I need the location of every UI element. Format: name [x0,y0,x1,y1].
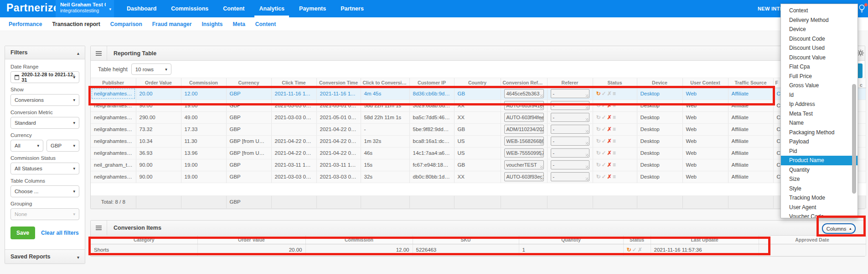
campaign-selector[interactable]: Neil Graham Test Campa... integrationste… [56,0,114,17]
table-columns-select[interactable]: Choose ... ▾ [10,185,79,197]
approve-check-icon[interactable]: ✓ [602,90,606,97]
lightbulb-icon[interactable] [858,4,865,16]
dropdown-item-size[interactable]: Size [781,174,858,184]
table-row[interactable]: neilgrahamtestchi...90.0019.00GBP2021-03… [91,171,866,183]
table-menu-button[interactable] [91,46,107,60]
column-header-referer[interactable]: Referer [547,78,593,88]
saved-reports-header[interactable]: Saved Reports ▾ [5,249,85,263]
column-header-user-context[interactable]: User Context [682,78,728,88]
refresh-icon[interactable]: ↻ [596,150,601,156]
column-header-status[interactable]: Status [593,78,637,88]
referer-input[interactable]: - [551,160,589,169]
reject-x-icon[interactable]: ✗ [607,150,612,156]
dropdown-item-voucher-code[interactable]: Voucher Code [781,212,858,218]
currency-select-primary[interactable]: All ▾ [10,140,43,152]
table-height-select[interactable]: 10 rows ▾ [131,63,171,75]
reject-x-icon[interactable]: ✗ [607,90,612,97]
columns-button[interactable]: Columns ▴ [822,223,856,234]
dropdown-item-packaging-method[interactable]: Packaging Method [781,128,858,137]
referer-input[interactable]: - [551,89,589,98]
approve-check-icon[interactable]: ✓ [602,162,606,168]
column-header-click-time[interactable]: Click Time [271,78,316,88]
column-header-click-to-conversion[interactable]: Click to Conversion [361,78,409,88]
refresh-icon[interactable]: ↻ [596,162,601,168]
table-row[interactable]: neilgrahamtestchi...90.0019.00GBP2021-03… [91,100,866,111]
reject-x-icon[interactable]: ✗ [607,114,612,121]
refresh-icon[interactable]: ↻ [596,102,601,109]
column-header-order-value[interactable]: Order Value [136,78,181,88]
show-select[interactable]: Conversions ▾ [10,94,79,106]
refresh-icon[interactable]: ↻ [596,114,601,121]
conversion-reference-input[interactable]: WEB-15682668616 [504,137,544,146]
conversion-items-menu-button[interactable] [91,221,107,235]
table-row[interactable]: neilgrahamtestchi...10.3411.30GBP [from … [91,135,866,147]
table-row[interactable]: neilgrahamtestchi...73.3217.33GBP2021-04… [91,123,866,135]
dropdown-item-user-agent[interactable]: User Agent [781,203,858,212]
status-menu-icon[interactable]: ≡ [613,126,616,132]
dropdown-item-discount-value[interactable]: Discount Value [781,53,858,63]
conversion-reference-input[interactable]: AUTO-603f941edce [504,101,544,110]
reject-x-icon[interactable]: ✗ [607,162,612,168]
date-range-picker[interactable]: 2020-12-28 to 2021-12-31 ▾ [10,71,79,83]
clear-all-filters-link[interactable]: Clear all filters [41,230,79,236]
referer-input[interactable]: - [551,113,589,122]
table-row[interactable]: neilgrahamtestchi...20.0012.00GBP2021-11… [91,88,866,100]
subnav-item-transaction-report[interactable]: Transaction report [47,21,105,27]
commission-status-select[interactable]: All Statuses ▾ [10,163,79,174]
conversion-reference-input[interactable]: voucherTEST [504,160,544,169]
table-row[interactable]: neilgrahamtestchi...36.9313.96GBP [from … [91,147,866,159]
conv-column-header-order-value[interactable]: Order Value [197,236,305,244]
status-menu-icon[interactable]: ≡ [613,150,616,156]
subnav-item-insights[interactable]: Insights [196,21,227,27]
new-interface-label[interactable]: NEW INTE [758,6,783,11]
dropdown-item-device[interactable]: Device [781,25,858,34]
nav-item-content[interactable]: Content [216,0,252,17]
referer-input[interactable]: - [551,101,589,110]
approve-check-icon[interactable]: ✓ [632,247,637,253]
conversion-reference-input[interactable]: 4645ce52b363 [504,89,544,98]
column-header-conversion-referen-[interactable]: Conversion Referen... [501,78,547,88]
refresh-icon[interactable]: ↻ [596,174,601,180]
column-header-publisher[interactable]: Publisher [91,78,136,88]
status-menu-icon[interactable]: ≡ [613,102,616,109]
dropdown-item-style[interactable]: Style [781,184,858,194]
approve-check-icon[interactable]: ✓ [602,126,606,132]
approve-check-icon[interactable]: ✓ [602,138,606,144]
status-menu-icon[interactable]: ≡ [613,138,616,144]
dropdown-item-full-price[interactable]: Full Price [781,72,858,81]
column-header-commission[interactable]: Commission [181,78,226,88]
nav-item-dashboard[interactable]: Dashboard [119,0,164,17]
subnav-item-performance[interactable]: Performance [4,21,47,27]
approve-check-icon[interactable]: ✓ [602,102,606,109]
conv-column-header-quantity[interactable]: Quantity [519,236,623,244]
dropdown-item-context[interactable]: Context [781,6,858,16]
conv-column-header-sku[interactable]: SKU [413,236,519,244]
conversion-item-row[interactable]: Shorts20.0012.0052264631↻✓✗2021-11-16 11… [91,244,866,256]
conversion-reference-input[interactable]: ADM/110234/2021 [504,125,544,134]
conversion-reference-input[interactable]: AUTO-603f94fee8c2 [504,113,544,122]
subnav-item-comparison[interactable]: Comparison [105,21,147,27]
column-header-country[interactable]: Country [454,78,501,88]
conv-column-header-approved-date[interactable]: Approved Date [759,236,866,244]
subnav-item-content[interactable]: Content [250,21,281,27]
referer-input[interactable]: - [551,125,589,134]
status-menu-icon[interactable]: ≡ [613,90,616,97]
column-header-currency[interactable]: Currency [226,78,271,88]
referer-input[interactable]: - [551,148,589,158]
status-menu-icon[interactable]: ≡ [613,174,616,180]
dropdown-item-payload[interactable]: Payload [781,137,858,147]
nav-item-commissions[interactable]: Commissions [164,0,216,17]
conversion-metric-select[interactable]: Standard ▾ [10,117,79,129]
reject-x-icon[interactable]: ✗ [638,247,642,253]
conversion-reference-input[interactable]: AUTO-603f93ec172 [504,172,544,181]
refresh-icon[interactable]: ↻ [596,126,601,132]
filters-header[interactable]: Filters ▴ [5,46,85,59]
conv-column-header-category[interactable]: Category [91,236,197,244]
currency-select-secondary[interactable]: GBP ▾ [46,140,79,152]
status-menu-icon[interactable]: ≡ [613,114,616,121]
approve-check-icon[interactable]: ✓ [602,150,606,156]
reject-x-icon[interactable]: ✗ [607,174,612,180]
conversion-reference-input[interactable]: WEB-75550995716 [504,148,544,158]
refresh-icon[interactable]: ↻ [596,138,601,144]
nav-item-partners[interactable]: Partners [333,0,371,17]
